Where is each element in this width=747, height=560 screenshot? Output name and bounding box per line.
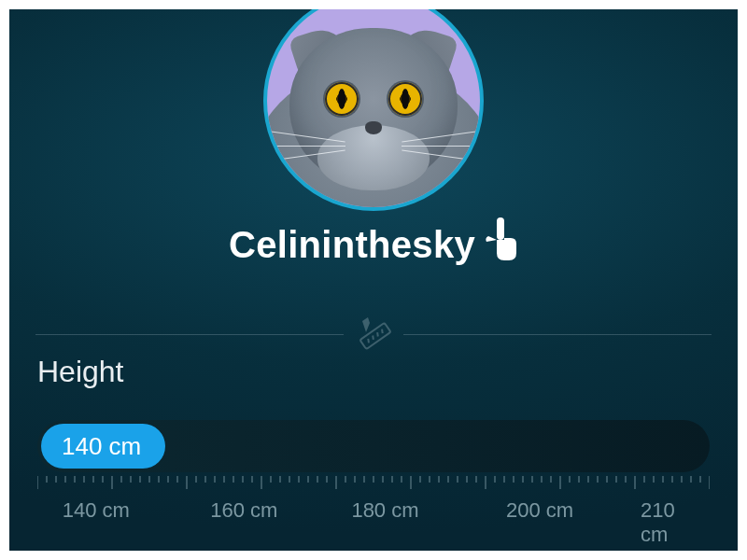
username: Celininthesky <box>229 224 475 266</box>
height-label: Height <box>37 355 124 389</box>
avatar[interactable] <box>263 9 484 211</box>
divider-line-right <box>403 334 712 335</box>
svg-line-5 <box>380 329 384 333</box>
svg-line-3 <box>372 336 375 340</box>
height-value: 140 cm <box>62 432 141 461</box>
section-divider <box>35 314 712 355</box>
username-row: Celininthesky <box>9 224 738 266</box>
height-slider-thumb[interactable]: 140 cm <box>41 424 165 469</box>
scale-label: 180 cm <box>351 498 418 523</box>
divider-line-left <box>35 334 344 335</box>
profile-panel: Celininthesky <box>9 9 738 551</box>
svg-rect-0 <box>497 217 504 240</box>
svg-line-2 <box>367 339 371 343</box>
edit-name-button[interactable] <box>481 216 518 262</box>
scale-label: 160 cm <box>210 498 277 523</box>
pointing-hand-icon <box>481 216 518 262</box>
ruler-icon <box>353 314 394 355</box>
avatar-image <box>267 9 480 207</box>
height-ruler-ticks <box>37 476 710 500</box>
height-slider[interactable]: 140 cm <box>37 420 710 482</box>
scale-label: 200 cm <box>506 498 573 523</box>
scale-label: 210 cm <box>641 498 708 547</box>
scale-label: 140 cm <box>63 498 130 523</box>
svg-line-4 <box>375 332 379 336</box>
height-scale-labels: 140 cm 160 cm 180 cm 200 cm 210 cm <box>37 498 710 526</box>
